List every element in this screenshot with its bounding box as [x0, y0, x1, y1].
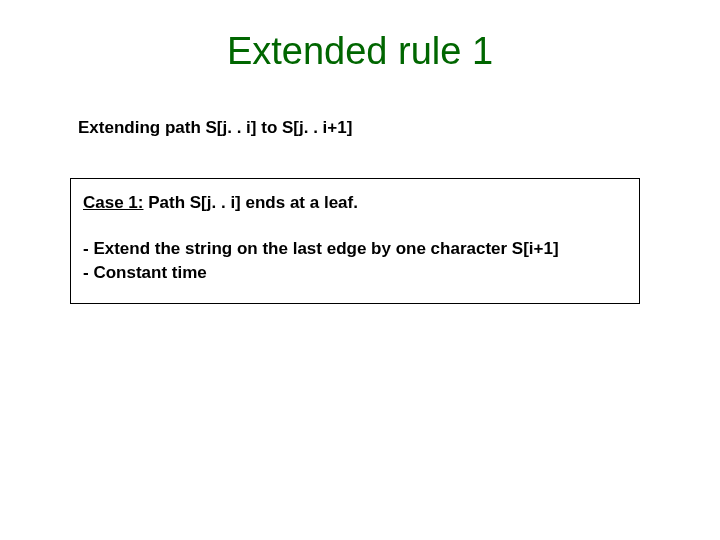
case-text: Path S[j. . i] ends at a leaf.: [143, 193, 357, 212]
slide-title: Extended rule 1: [0, 30, 720, 73]
slide: Extended rule 1 Extending path S[j. . i]…: [0, 0, 720, 540]
bullet-1: - Extend the string on the last edge by …: [83, 237, 627, 261]
case-line: Case 1: Path S[j. . i] ends at a leaf.: [83, 193, 627, 213]
slide-subheading: Extending path S[j. . i] to S[j. . i+1]: [78, 118, 352, 138]
case-box: Case 1: Path S[j. . i] ends at a leaf. -…: [70, 178, 640, 304]
case-label: Case 1:: [83, 193, 143, 212]
bullet-2: - Constant time: [83, 261, 627, 285]
